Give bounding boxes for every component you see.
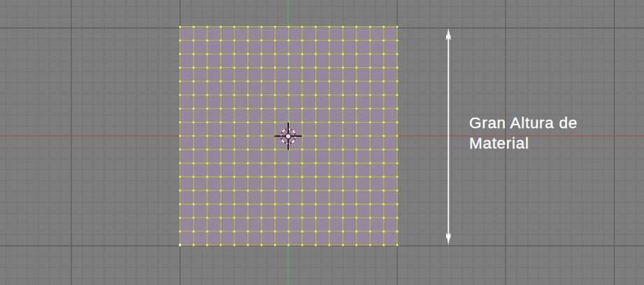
svg-text:Material: Material	[469, 134, 529, 152]
svg-text:Gran Altura de: Gran Altura de	[469, 114, 578, 132]
